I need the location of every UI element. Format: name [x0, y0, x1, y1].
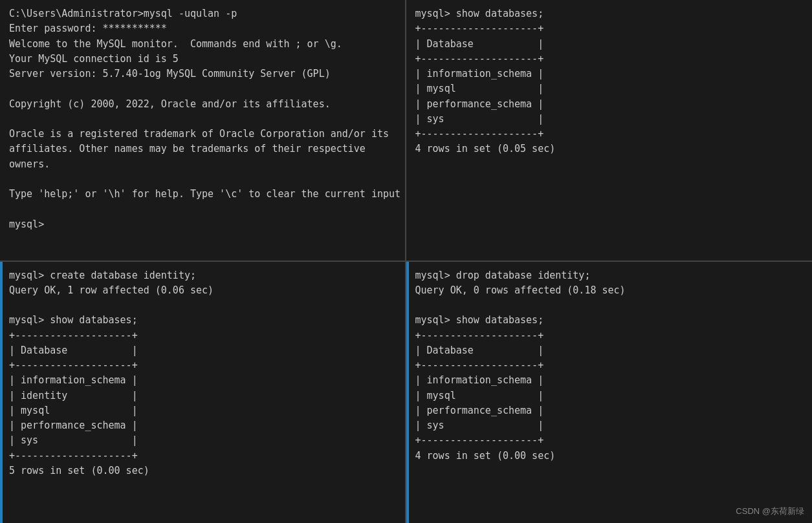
csdn-watermark: CSDN @东荷新绿 — [736, 505, 804, 518]
panel-top-left: C:\Users\Administrator>mysql -uqulan -p … — [0, 0, 406, 262]
panel-bottom-left: mysql> create database identity; Query O… — [0, 262, 406, 524]
top-right-content: mysql> show databases; +----------------… — [415, 6, 804, 157]
bottom-left-content: mysql> create database identity; Query O… — [9, 268, 396, 479]
bottom-right-content: mysql> drop database identity; Query OK,… — [415, 268, 804, 464]
panel-bottom-right: mysql> drop database identity; Query OK,… — [406, 262, 813, 524]
top-left-content: C:\Users\Administrator>mysql -uqulan -p … — [9, 6, 396, 232]
panel-top-right: mysql> show databases; +----------------… — [406, 0, 813, 262]
